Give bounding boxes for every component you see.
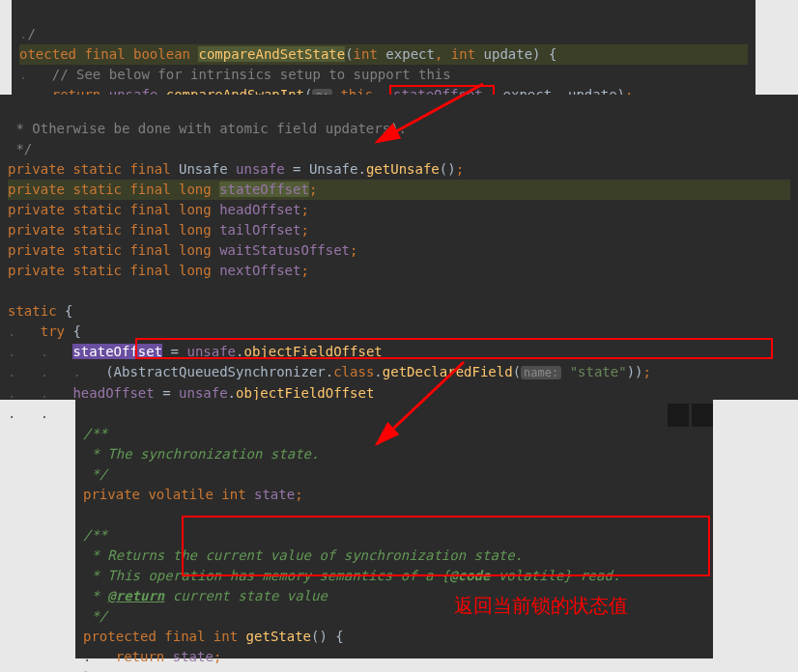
p3-d2a: /** [83, 527, 107, 543]
p2-d2-type: long [179, 182, 212, 197]
p2-d4-kw: private static final [8, 222, 171, 238]
p1-l3-comment: // See below for intrinsics setup to sup… [52, 67, 451, 82]
p1-l2-n2: update [484, 46, 533, 62]
p2-unsafe-type: Unsafe [179, 161, 228, 177]
p3-d1a: /** [83, 426, 107, 441]
annotation-text: 返回当前锁的状态值 [454, 593, 628, 619]
p2-a1-hint: name: [521, 366, 561, 379]
p3-d2c-tag: @code [449, 568, 490, 583]
p2-a1-class: AbstractQueuedSynchronizer [114, 364, 326, 379]
p2-f3: tailOffset [219, 222, 300, 238]
p3-d1c: */ [83, 466, 107, 482]
p2-a1-obj: unsafe [186, 344, 236, 359]
dark-sq-2 [692, 404, 713, 427]
p2-d2-kw: private static final [8, 182, 171, 197]
p2-f1: stateOffset [219, 182, 309, 197]
p3-d1b: * The synchronization state. [83, 446, 319, 462]
code-panel-bottom: /** * The synchronization state. */ priv… [75, 400, 713, 658]
p2-d5-type: long [179, 242, 212, 258]
p3-return-val: state [173, 649, 214, 664]
p2-c2: */ [8, 141, 32, 156]
p2-a1-method: objectFieldOffset [243, 344, 382, 359]
p1-l1: / [27, 26, 35, 42]
p2-unsafe-name: unsafe [236, 161, 285, 177]
p2-a1-classkw: class [333, 364, 374, 379]
p2-a1-str: "state" [570, 364, 627, 379]
p3-decl2-method: getState [246, 629, 311, 644]
code-panel-top: ./ otected final boolean compareAndSetSt… [12, 0, 755, 95]
p2-static: static [8, 303, 57, 319]
p2-d5-kw: private static final [8, 242, 171, 258]
p1-l2-t2: int [451, 46, 475, 62]
p1-l2-method: compareAndSetState [198, 46, 345, 62]
p2-d1-kw: private static final [8, 161, 171, 177]
p2-d6-type: long [179, 263, 212, 278]
p3-d2c2: volatile} read. [490, 568, 620, 583]
p3-return: return [116, 649, 165, 664]
code-panel-middle: * Otherwise be done with atomic field up… [0, 95, 798, 400]
p2-d6-kw: private static final [8, 263, 171, 278]
p1-l2-kw: otected final boolean [19, 46, 190, 62]
p2-c1: * Otherwise be done with atomic field up… [8, 121, 407, 136]
p2-unsafe-rmethod: getUnsafe [366, 161, 440, 177]
p3-d2b: * Returns the current value of synchroni… [83, 547, 523, 563]
p2-d3-kw: private static final [8, 202, 171, 217]
p2-unsafe-rtype: Unsafe [309, 161, 358, 177]
dark-sq-1 [668, 404, 689, 427]
p3-decl1-kw: private volatile int [83, 487, 246, 502]
p3-d2c1: * This operation has memory semantics of… [83, 568, 449, 583]
p2-a2-obj: unsafe [179, 385, 228, 401]
dark-squares [668, 404, 713, 427]
p1-l2-t1: int [354, 46, 378, 62]
p3-d2d-tag: @return [107, 588, 164, 603]
p2-f2: headOffset [219, 202, 300, 217]
p2-try: try [41, 323, 65, 339]
p2-d3-type: long [179, 202, 212, 217]
p2-f4: waitStatusOffset [219, 242, 350, 258]
p2-a1-lhs: stateOffset [72, 344, 162, 359]
p2-a2-lhs: headOffset [72, 385, 154, 401]
p2-d4-type: long [179, 222, 212, 238]
p1-l2-n1: expect [385, 46, 435, 62]
p2-f5: nextOffset [219, 263, 300, 278]
p3-decl1-name: state [254, 487, 295, 502]
p3-d2d-txt: current state value [164, 588, 328, 603]
p2-a2-method: objectFieldOffset [236, 385, 374, 401]
p3-d2e: */ [83, 608, 107, 624]
p2-a1-gdf: getDeclaredField [383, 364, 513, 379]
p3-decl2-kw: protected final int [83, 629, 238, 644]
